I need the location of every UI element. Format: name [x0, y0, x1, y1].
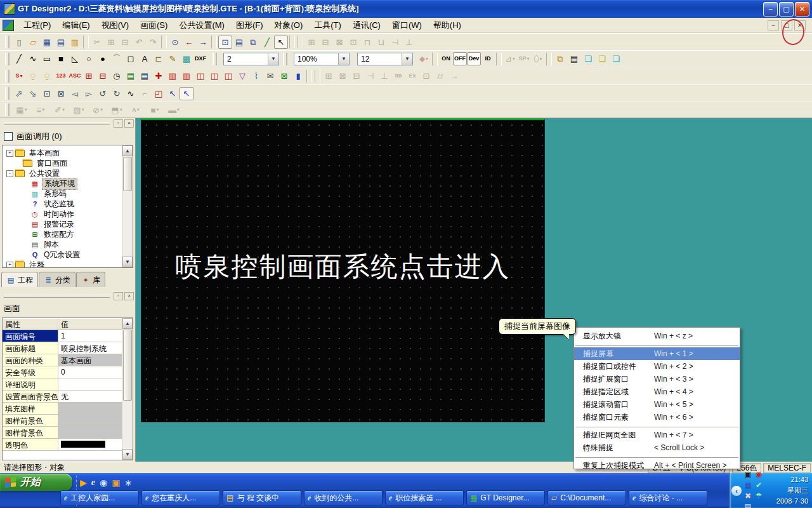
toolbar-icon[interactable]: [306, 70, 312, 83]
context-menu-item[interactable]: 捕捉窗口或控件 Win + < 2 >: [574, 360, 740, 373]
toolbar-icon[interactable]: ⬥: [417, 52, 431, 65]
toolbar-icon[interactable]: ▥: [166, 69, 180, 83]
property-row[interactable]: 画面标题 喷泉控制系统: [3, 342, 122, 354]
quick-launch-icon[interactable]: ∗: [124, 478, 132, 487]
toolbar-icon[interactable]: ⊔: [374, 36, 388, 49]
context-menu-item[interactable]: 显示放大镜 Win + < z >: [574, 330, 740, 342]
scrollbar-thumb[interactable]: [123, 157, 132, 191]
property-value[interactable]: [58, 427, 122, 438]
chevron-down-icon[interactable]: ▼: [338, 53, 349, 65]
tree-item[interactable]: ◷ 时间动作: [4, 209, 131, 219]
toolbar-icon[interactable]: ⊟: [96, 69, 110, 83]
toolbar-icon[interactable]: OFF: [453, 52, 467, 65]
menu-item[interactable]: 窗口(W): [386, 18, 428, 33]
column-header-value[interactable]: 值: [58, 318, 122, 330]
toolbar-icon[interactable]: Dev: [467, 52, 481, 65]
toolbar-icon[interactable]: ✐: [50, 104, 69, 117]
tray-icon[interactable]: ✔: [754, 480, 764, 490]
toolbar-icon[interactable]: ⊠: [277, 69, 291, 83]
tree-item[interactable]: ? 状态监视: [4, 199, 131, 209]
toolbar-icon[interactable]: ⊡: [419, 69, 433, 83]
property-value[interactable]: [58, 378, 122, 390]
toolbar-icon[interactable]: ◅: [68, 87, 82, 100]
toolbar-icon[interactable]: [298, 36, 303, 48]
toolbar-icon[interactable]: Im: [391, 69, 405, 83]
toolbar-icon[interactable]: ⊠: [336, 69, 350, 83]
toolbar-icon[interactable]: ▥: [68, 36, 82, 49]
task-button[interactable]: e 职位搜索器 ...: [385, 490, 464, 505]
toolbar-icon[interactable]: ◻: [124, 52, 138, 65]
tree-item[interactable]: ⊞ 数据配方: [4, 229, 131, 239]
toolbar-icon[interactable]: ■: [54, 52, 68, 65]
toolbar-icon[interactable]: ●: [96, 52, 110, 65]
toolbar-icon[interactable]: ╱: [260, 36, 274, 49]
property-row[interactable]: 填充图样: [3, 403, 122, 415]
toolbar-icon[interactable]: ○: [82, 52, 96, 65]
window-button[interactable]: –: [763, 2, 778, 17]
menu-item[interactable]: 图形(F): [230, 18, 269, 33]
panel-tab[interactable]: ✦ 库: [76, 272, 105, 287]
property-value[interactable]: 基本画面: [58, 354, 122, 366]
toolbar-icon[interactable]: ⊠: [332, 36, 346, 49]
toolbar-icon[interactable]: [496, 53, 502, 65]
context-menu-item[interactable]: 捕捉窗口元素 Win + < 6 >: [574, 411, 740, 424]
toolbar-icon[interactable]: ⊟: [318, 36, 332, 49]
toolbar-icon[interactable]: ⬯: [531, 52, 545, 65]
toolbar-icon[interactable]: ▤: [124, 69, 138, 83]
toolbar-icon[interactable]: ✂: [90, 36, 104, 49]
toolbar-icon[interactable]: ▤: [54, 36, 68, 49]
toolbar-icon[interactable]: ⊓: [360, 36, 374, 49]
menu-item[interactable]: 帮助(H): [428, 18, 467, 33]
scrollbar-thumb[interactable]: [123, 330, 132, 401]
toolbar-icon[interactable]: ⍜: [40, 69, 54, 83]
tray-icon[interactable]: ▦: [743, 480, 753, 490]
menu-item[interactable]: 视图(V): [96, 18, 134, 33]
tree-item[interactable]: ▤ 脚本: [4, 239, 131, 250]
toolbar-icon[interactable]: ▱: [26, 36, 40, 49]
toolbar-icon[interactable]: DXF: [193, 52, 207, 65]
toolbar-icon[interactable]: ⊞: [104, 36, 118, 49]
child-window-button[interactable]: –: [768, 20, 779, 30]
toolbar-icon[interactable]: ↷: [146, 36, 160, 49]
task-button[interactable]: e 收到的公共...: [304, 490, 383, 505]
property-value[interactable]: 喷泉控制系统: [58, 342, 122, 354]
canvas-title-text[interactable]: 喷泉控制画面系统点击进入: [141, 249, 544, 284]
task-button[interactable]: e 您在重庆人...: [141, 490, 220, 505]
tray-chevron-icon[interactable]: ‹: [731, 486, 742, 496]
toolbar-icon[interactable]: 123: [54, 69, 68, 83]
property-row[interactable]: 详细说明: [3, 378, 122, 391]
toolbar-icon[interactable]: ⍜: [26, 69, 40, 83]
window-button[interactable]: ▢: [779, 2, 794, 17]
start-button[interactable]: 开始: [0, 474, 72, 491]
context-menu-item[interactable]: 捕捉屏幕 Win + < 1 >: [574, 347, 740, 360]
toolbar-icon[interactable]: ✚: [152, 69, 166, 83]
quick-launch-icon[interactable]: ▶: [80, 478, 87, 487]
toolbar-icon[interactable]: ◫: [221, 69, 235, 83]
toolbar-icon[interactable]: ▤: [138, 69, 152, 83]
toolbar-icon[interactable]: ❏: [581, 52, 595, 65]
toolbar-icon[interactable]: ╱: [12, 52, 26, 65]
toolbar-icon[interactable]: ▻: [82, 87, 96, 100]
toolbar-icon[interactable]: ▥: [180, 69, 193, 83]
tree-scrollbar[interactable]: ▲ ▼: [122, 145, 133, 267]
toolbar-icon[interactable]: ■: [145, 104, 164, 117]
context-menu-item[interactable]: 特殊捕捉 < Scroll Lock >: [574, 441, 740, 454]
tree-item[interactable]: ▦ 系统环境: [4, 178, 131, 189]
panel-float-button[interactable]: ▫: [114, 292, 123, 300]
toolbar-icon[interactable]: ⌭: [433, 69, 447, 83]
toolbar-icon[interactable]: ≡: [31, 104, 50, 117]
tray-icon[interactable]: ▤: [743, 502, 753, 508]
toolbar-icon[interactable]: ⊞: [322, 69, 336, 83]
toolbar-icon[interactable]: ⌇: [249, 69, 263, 83]
toolbar-icon[interactable]: ⊿: [503, 52, 517, 65]
toolbar-icon[interactable]: ↖: [274, 36, 288, 49]
toolbar-icon[interactable]: ⊏: [152, 52, 166, 65]
context-menu-item[interactable]: [574, 424, 740, 429]
tree-item[interactable]: Q Q冗余设置: [4, 250, 131, 260]
panel-tab[interactable]: ≣ 分类: [39, 272, 75, 287]
toolbar-icon[interactable]: [83, 36, 89, 48]
scroll-up-icon[interactable]: ▲: [122, 318, 133, 329]
toolbar-icon[interactable]: ▽: [235, 69, 249, 83]
quick-launch-icon[interactable]: e: [91, 478, 95, 487]
task-button[interactable]: ▱ C:\Document...: [547, 490, 626, 505]
